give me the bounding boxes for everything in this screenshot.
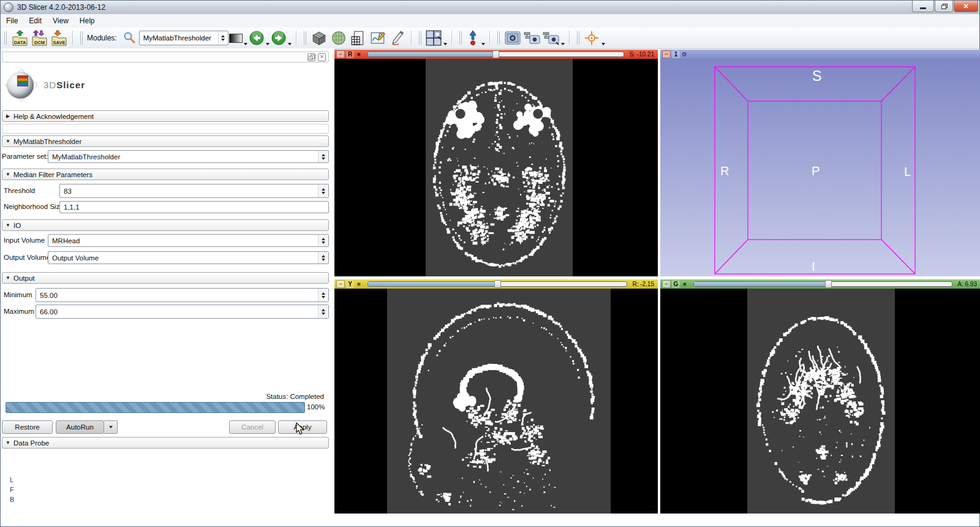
input-volume-value: MRHead [52, 237, 80, 245]
gear-icon[interactable]: ⚙ [682, 51, 687, 58]
progress-percent: 100% [307, 403, 325, 411]
section-module[interactable]: ▼ MyMatlabThresholder [2, 135, 329, 147]
annotations-button[interactable] [388, 29, 407, 47]
slider-handle[interactable] [825, 280, 832, 288]
collapse-controller-button[interactable]: − [662, 280, 671, 288]
menu-edit[interactable]: Edit [23, 15, 47, 27]
spinbox-arrows-icon[interactable] [318, 305, 328, 318]
load-dicom-button[interactable]: DCM [30, 29, 48, 47]
slicer-window: 3D Slicer 4.2.0-2013-06-12 ✕ File Edit V… [0, 0, 980, 527]
section-median-filter[interactable]: ▼ Median Filter Parameters [2, 169, 329, 180]
mouse-mode-caret[interactable] [481, 43, 485, 45]
pin-icon[interactable]: ✸ [356, 281, 361, 287]
neighborhood-size-input[interactable]: 1,1,1 [59, 201, 329, 213]
layout-dropdown-caret[interactable] [443, 43, 447, 45]
menu-help[interactable]: Help [74, 15, 100, 27]
toolbar-separator [72, 31, 73, 45]
back-dropdown-caret[interactable] [266, 43, 270, 45]
panel-popout-icon[interactable] [307, 53, 315, 61]
spinbox-arrows-icon[interactable] [318, 289, 328, 301]
menu-view[interactable]: View [47, 15, 74, 27]
cancel-button[interactable]: Cancel [229, 420, 276, 434]
menu-file[interactable]: File [1, 15, 23, 27]
section-output[interactable]: ▼ Output [2, 272, 329, 284]
green-viewport[interactable] [660, 289, 980, 514]
slice-offset-slider[interactable] [368, 51, 625, 57]
combo-spin-icon[interactable] [318, 252, 328, 264]
autorun-dropdown-button[interactable] [104, 420, 118, 434]
charts-button[interactable] [369, 29, 387, 47]
collapse-controller-button[interactable]: − [336, 50, 345, 58]
yellow-view-label: Y [346, 281, 354, 288]
svg-text:DCM: DCM [34, 40, 44, 45]
yellow-viewport[interactable] [334, 289, 658, 514]
combo-spin-icon[interactable] [318, 235, 328, 246]
save-button[interactable]: SAVE [50, 29, 68, 47]
minimum-spinbox[interactable]: 55.00 [36, 288, 329, 302]
section-help-acknowledgement[interactable]: ▶ Help & Acknowledgement [2, 110, 329, 122]
maximum-spinbox[interactable]: 66.00 [36, 305, 329, 319]
forward-dropdown-caret[interactable] [288, 43, 292, 45]
module-selector-combobox[interactable]: MyMatlabThresholder [139, 31, 228, 45]
toolbar-grip [459, 31, 462, 45]
slider-handle[interactable] [492, 50, 499, 58]
restore-button[interactable] [935, 1, 953, 12]
panel-close-icon[interactable]: ✕ [318, 53, 326, 61]
help-content-frame [2, 124, 329, 134]
green-slice-view: − G ✸ A: 6.93 [660, 279, 980, 514]
module-search-button[interactable] [120, 29, 138, 47]
red-viewport[interactable] [334, 59, 658, 276]
combo-spin-icon[interactable] [318, 151, 328, 162]
close-button[interactable]: ✕ [954, 1, 978, 12]
module-back-button[interactable] [249, 29, 270, 47]
extensions-button[interactable] [310, 29, 328, 47]
crosshair-icon [583, 30, 600, 46]
module-history-button[interactable] [229, 29, 247, 47]
menu-bar: File Edit View Help [1, 14, 979, 28]
module-forward-button[interactable] [271, 29, 292, 47]
output-volume-combobox[interactable]: Output Volume [48, 251, 329, 264]
tables-button[interactable] [349, 29, 368, 47]
parameter-set-label: Parameter set: [2, 153, 48, 160]
collapsed-triangle-icon: ▶ [2, 113, 13, 119]
minimize-button[interactable] [912, 1, 934, 12]
layout-selector-button[interactable] [425, 29, 447, 47]
data-folder-icon: DATA [12, 30, 28, 47]
spinbox-arrows-icon[interactable] [318, 184, 328, 197]
load-data-button[interactable]: DATA [10, 29, 29, 47]
pin-icon[interactable]: ✸ [682, 281, 687, 287]
section-io[interactable]: ▼ IO [2, 219, 329, 231]
crosshair-caret[interactable] [601, 43, 605, 45]
mouse-mode-button[interactable] [466, 29, 485, 47]
pin-icon[interactable]: ✸ [356, 51, 361, 58]
input-volume-combobox[interactable]: MRHead [48, 234, 329, 247]
screenshot-button[interactable] [503, 29, 522, 47]
models-button[interactable] [330, 29, 348, 47]
fiducial-place-icon [466, 30, 480, 46]
green-view-label: G [672, 281, 680, 288]
crosshair-button[interactable] [583, 29, 605, 47]
restore-defaults-button[interactable]: Restore Defaults [2, 420, 53, 434]
history-dropdown-caret[interactable] [244, 43, 247, 45]
scene-view-camera-icon [524, 30, 541, 46]
section-data-probe[interactable]: ▼ Data Probe [2, 437, 329, 449]
module-panel: ✕ 3DSlicer ▶ Help & Acknowledgement ▼ My… [1, 48, 334, 526]
apply-button[interactable]: Apply [278, 420, 327, 434]
threshold-spinbox[interactable]: 83 [59, 184, 329, 198]
toolbar-separator [489, 31, 490, 45]
data-probe-layer-B: B [10, 496, 14, 503]
collapse-controller-button[interactable]: − [662, 50, 671, 58]
scene-view-restore-button[interactable] [543, 29, 565, 47]
slice-offset-slider[interactable] [693, 281, 953, 287]
threshold-label: Threshold [4, 187, 35, 194]
autorun-button[interactable]: AutoRun [56, 420, 104, 434]
combo-spin-icon[interactable] [218, 31, 228, 45]
threeD-viewport[interactable]: S R P L I [660, 59, 980, 276]
scene-view-button[interactable] [523, 29, 541, 47]
slice-offset-slider[interactable] [368, 281, 628, 287]
scene-view-caret[interactable] [561, 43, 565, 45]
toolbar-separator [411, 31, 412, 45]
slider-handle[interactable] [494, 280, 501, 288]
collapse-controller-button[interactable]: − [336, 280, 345, 288]
parameter-set-combobox[interactable]: MyMatlabThresholder [48, 150, 329, 163]
